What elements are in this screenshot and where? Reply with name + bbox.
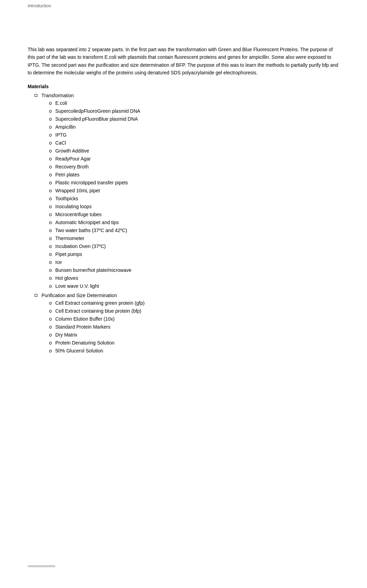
item-text: CaCl xyxy=(55,139,66,147)
sub-bullet: o xyxy=(48,131,53,139)
sub-bullet: o xyxy=(48,219,53,226)
intro-paragraph: This lab was separated into 2 separate p… xyxy=(28,46,339,77)
list-item: oIncubation Oven (37ºC) xyxy=(48,243,339,250)
item-text: Love wave U.V. light xyxy=(55,283,99,290)
item-text: Column Elution Buffer (10x) xyxy=(55,315,115,323)
item-text: Inoculating loops xyxy=(55,203,92,210)
item-text: Thermometer xyxy=(55,235,84,242)
list-item: oAutomatic Micropipet and tips xyxy=(48,219,339,226)
list-item: oE.coli xyxy=(48,100,339,107)
item-text: Hot gloves xyxy=(55,275,78,282)
list-item: oWrapped 10mL pipet xyxy=(48,187,339,194)
materials-section-item: Purification and Size DeterminationoCell… xyxy=(35,293,339,355)
sub-bullet: o xyxy=(48,235,53,242)
sub-bullet: o xyxy=(48,323,53,331)
list-item: oRecovery Broth xyxy=(48,163,339,171)
list-item: oToothpicks xyxy=(48,195,339,202)
list-item: oPipet pumps xyxy=(48,251,339,258)
list-item: oColumn Elution Buffer (10x) xyxy=(48,315,339,323)
item-text: Standard Protein Markers xyxy=(55,323,111,331)
list-item: oInoculating loops xyxy=(48,203,339,210)
item-text: Incubation Oven (37ºC) xyxy=(55,243,106,250)
item-text: Cell Extract containing green protein (g… xyxy=(55,300,144,307)
sub-bullet: o xyxy=(48,203,53,210)
footer-bar xyxy=(28,565,55,567)
list-item: oPlastic microtipped transfer pipets xyxy=(48,179,339,186)
list-item: oIce xyxy=(48,259,339,266)
item-text: Supercoiled pFluoroBlue plasmid DNA xyxy=(55,116,138,123)
main-content: This lab was separated into 2 separate p… xyxy=(28,11,339,355)
section-label: Transformation xyxy=(41,93,74,98)
sub-bullet: o xyxy=(48,251,53,258)
list-item: oProtein Denaturing Solution xyxy=(48,339,339,347)
section-bullet xyxy=(35,294,37,297)
sub-bullet: o xyxy=(48,211,53,218)
sub-list: oE.colioSupercoiledpFluoroGreen plasmid … xyxy=(48,100,339,290)
sub-items-container: oE.colioSupercoiledpFluoroGreen plasmid … xyxy=(35,98,339,291)
sub-bullet: o xyxy=(48,275,53,282)
sub-bullet: o xyxy=(48,331,53,339)
list-item: oLove wave U.V. light xyxy=(48,283,339,290)
sub-bullet: o xyxy=(48,123,53,131)
item-text: Protein Denaturing Solution xyxy=(55,339,114,347)
list-item: oCell Extract containing blue protein (b… xyxy=(48,307,339,315)
sub-list: oCell Extract containing green protein (… xyxy=(48,300,339,355)
sub-bullet: o xyxy=(48,147,53,155)
materials-list: TransformationoE.colioSupercoiledpFluoro… xyxy=(28,93,339,355)
item-text: E.coli xyxy=(55,100,67,107)
breadcrumb-text: Introduction xyxy=(28,3,51,8)
sub-bullet: o xyxy=(48,267,53,274)
list-item: oAmpicillin xyxy=(48,123,339,131)
item-text: Bunsen burner/hot plate/microwave xyxy=(55,267,131,274)
sub-bullet: o xyxy=(48,307,53,315)
item-text: ReadyPour Agar xyxy=(55,155,91,163)
item-text: Toothpicks xyxy=(55,195,78,202)
list-item: oCell Extract containing green protein (… xyxy=(48,300,339,307)
item-text: Growth Additive xyxy=(55,147,89,155)
sub-bullet: o xyxy=(48,100,53,107)
materials-section: Materials TransformationoE.colioSupercoi… xyxy=(28,84,339,355)
item-text: Recovery Broth xyxy=(55,163,88,171)
footer-area xyxy=(28,565,339,567)
list-item: oCaCl xyxy=(48,139,339,147)
list-item: oGrowth Additive xyxy=(48,147,339,155)
sub-bullet: o xyxy=(48,116,53,123)
item-text: Microcentrifuge tubes xyxy=(55,211,102,218)
list-item: oMicrocentrifuge tubes xyxy=(48,211,339,218)
sub-bullet: o xyxy=(48,315,53,323)
sub-bullet: o xyxy=(48,243,53,250)
list-item: oHot gloves xyxy=(48,275,339,282)
breadcrumb: Introduction xyxy=(28,0,339,11)
list-item: oStandard Protein Markers xyxy=(48,323,339,331)
sub-bullet: o xyxy=(48,171,53,178)
list-item: oSupercoiled pFluoroBlue plasmid DNA xyxy=(48,116,339,123)
sub-bullet: o xyxy=(48,347,53,355)
sub-bullet: o xyxy=(48,108,53,115)
materials-section-item: TransformationoE.colioSupercoiledpFluoro… xyxy=(35,93,339,291)
sub-bullet: o xyxy=(48,155,53,163)
section-bullet xyxy=(35,94,37,97)
sub-bullet: o xyxy=(48,163,53,171)
item-text: Pipet pumps xyxy=(55,251,82,258)
list-item: oDry Matrix xyxy=(48,331,339,339)
sub-bullet: o xyxy=(48,187,53,194)
sub-bullet: o xyxy=(48,259,53,266)
list-item: oTwo water baths (37ºC and 42ºC) xyxy=(48,227,339,234)
item-text: Petri plates xyxy=(55,171,79,178)
list-item: oReadyPour Agar xyxy=(48,155,339,163)
list-item: o50% Glucerol Solution xyxy=(48,347,339,355)
list-item: oSupercoiledpFluoroGreen plasmid DNA xyxy=(48,108,339,115)
item-text: Plastic microtipped transfer pipets xyxy=(55,179,128,186)
section-label: Purification and Size Determination xyxy=(41,293,117,298)
materials-heading: Materials xyxy=(28,84,339,89)
item-text: Cell Extract containing blue protein (bf… xyxy=(55,307,141,315)
item-text: Two water baths (37ºC and 42ºC) xyxy=(55,227,127,234)
sub-bullet: o xyxy=(48,195,53,202)
sub-items-container: oCell Extract containing green protein (… xyxy=(35,298,339,355)
list-item: oBunsen burner/hot plate/microwave xyxy=(48,267,339,274)
list-item: oPetri plates xyxy=(48,171,339,178)
item-text: SupercoiledpFluoroGreen plasmid DNA xyxy=(55,108,140,115)
sub-bullet: o xyxy=(48,339,53,347)
item-text: Ice xyxy=(55,259,62,266)
item-text: Ampicillin xyxy=(55,123,76,131)
